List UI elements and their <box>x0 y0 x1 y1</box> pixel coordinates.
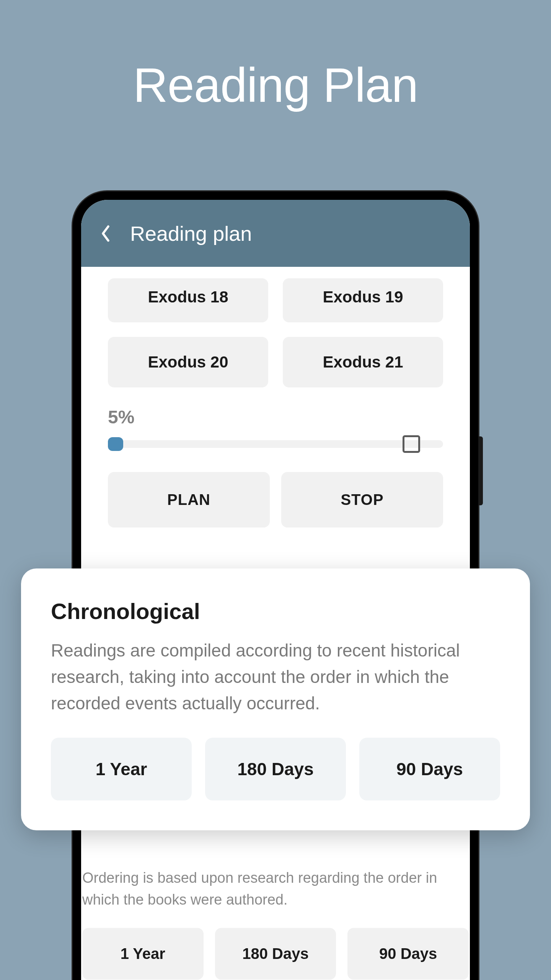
progress-percent-label: 5% <box>108 407 443 428</box>
app-header: Reading plan <box>81 200 470 267</box>
duration-180-days[interactable]: 180 Days <box>205 738 346 800</box>
chapter-button-exodus-18[interactable]: Exodus 18 <box>108 278 268 322</box>
lower-duration-180-days[interactable]: 180 Days <box>215 928 336 980</box>
chronological-card: Chronological Readings are compiled acco… <box>21 568 530 830</box>
progress-bar-fill <box>108 437 123 451</box>
app-body: Exodus 18 Exodus 19 Exodus 20 Exodus 21 … <box>81 267 470 539</box>
lower-durations: 1 Year 180 Days 90 Days <box>82 928 469 980</box>
chronological-durations: 1 Year 180 Days 90 Days <box>51 738 500 800</box>
progress-bar-container <box>108 435 443 453</box>
duration-90-days[interactable]: 90 Days <box>359 738 500 800</box>
progress-checkbox[interactable] <box>403 435 420 453</box>
hero-title: Reading Plan <box>0 0 551 113</box>
chapter-button-exodus-21[interactable]: Exodus 21 <box>283 337 443 387</box>
progress-section: 5% <box>108 407 443 453</box>
lower-duration-1-year[interactable]: 1 Year <box>82 928 204 980</box>
chapter-grid: Exodus 18 Exodus 19 Exodus 20 Exodus 21 <box>108 278 443 387</box>
plan-button[interactable]: PLAN <box>108 472 270 528</box>
chapter-button-exodus-19[interactable]: Exodus 19 <box>283 278 443 322</box>
chronological-description: Readings are compiled according to recen… <box>51 637 500 717</box>
action-buttons: PLAN STOP <box>108 472 443 528</box>
lower-duration-90-days[interactable]: 90 Days <box>347 928 469 980</box>
duration-1-year[interactable]: 1 Year <box>51 738 192 800</box>
lower-section: Ordering is based upon research regardin… <box>82 867 469 980</box>
back-icon[interactable] <box>100 225 111 242</box>
chronological-title: Chronological <box>51 598 500 624</box>
header-title: Reading plan <box>130 222 252 245</box>
progress-bar-track <box>108 440 443 448</box>
lower-description: Ordering is based upon research regardin… <box>82 867 469 911</box>
chapter-button-exodus-20[interactable]: Exodus 20 <box>108 337 268 387</box>
stop-button[interactable]: STOP <box>281 472 443 528</box>
